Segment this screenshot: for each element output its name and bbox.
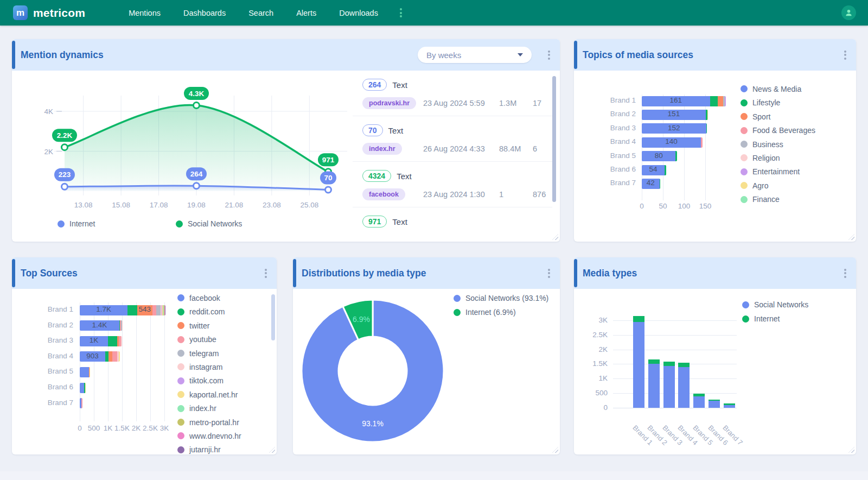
list-scrollbar[interactable]: [552, 76, 556, 202]
mention-source-tag[interactable]: index.hr: [362, 143, 402, 155]
data-point-social-networks[interactable]: [62, 144, 68, 150]
bar-segment-reddit-com[interactable]: [108, 336, 117, 346]
bar-segment-food-beverages[interactable]: [701, 137, 702, 148]
bar-segment-social-networks[interactable]: [633, 322, 644, 408]
period-select[interactable]: By weeks: [418, 47, 532, 63]
bar-segment-reddit-com[interactable]: [127, 305, 137, 315]
bar-segment-kaportal-net-hr[interactable]: [90, 367, 90, 377]
bar-segment-lifestyle[interactable]: [665, 165, 666, 175]
bar-segment-youtube[interactable]: [112, 351, 117, 362]
legend-item-agro[interactable]: Agro: [741, 179, 815, 192]
legend-item-youtube[interactable]: youtube: [177, 332, 241, 346]
bar-segment-kaportal-net-hr[interactable]: [119, 351, 120, 362]
bar-segment-social-networks[interactable]: [648, 364, 660, 408]
legend-item-religion[interactable]: Religion: [741, 151, 815, 165]
legend-item-internet-6-9[interactable]: Internet (6.9%): [454, 305, 548, 319]
bar-segment-facebook[interactable]: [80, 367, 89, 377]
legend-item-entertainment[interactable]: Entertainment: [741, 165, 815, 179]
legend-item-metro-portal-hr[interactable]: metro-portal.hr: [177, 415, 241, 429]
brand-name[interactable]: metricom: [33, 7, 85, 20]
data-point-social-networks[interactable]: [194, 103, 200, 109]
bar-segment-lifestyle[interactable]: [710, 96, 718, 106]
card-menu-icon[interactable]: [546, 266, 552, 280]
horizontal-scrollbar-track[interactable]: [0, 471, 868, 480]
nav-item-dashboards[interactable]: Dashboards: [183, 9, 226, 17]
mention-list-item[interactable]: 264Textpodravski.hr23 Aug 2024 5:591.3M1…: [353, 71, 552, 116]
bar-segment-lifestyle[interactable]: [660, 179, 661, 189]
bar-segment-lifestyle[interactable]: [706, 123, 707, 134]
bar-segment-facebook[interactable]: [80, 383, 84, 393]
bar-segment-youtube[interactable]: [81, 398, 82, 408]
nav-item-downloads[interactable]: Downloads: [339, 9, 378, 17]
nav-more-menu-icon[interactable]: [398, 6, 404, 20]
bar-brand-4[interactable]: [678, 363, 690, 408]
bar-segment-internet[interactable]: [663, 362, 675, 367]
legend-item-www-dnevno-hr[interactable]: www.dnevno.hr: [177, 429, 241, 443]
bar-segment-social-networks[interactable]: [663, 366, 675, 408]
legend-item-twitter[interactable]: twitter: [177, 319, 241, 332]
legend-item-facebook[interactable]: facebook: [177, 291, 241, 305]
bar-brand-5[interactable]: [693, 394, 705, 408]
bar-brand-5[interactable]: [80, 367, 90, 377]
user-avatar[interactable]: [841, 5, 856, 20]
legend-item-lifestyle[interactable]: Lifestyle: [741, 96, 815, 110]
bar-brand-7[interactable]: [80, 398, 82, 408]
bar-segment-lifestyle[interactable]: [675, 151, 676, 161]
bar-segment-youtube[interactable]: [152, 305, 156, 315]
legend-item-internet[interactable]: Internet: [742, 312, 808, 326]
legend-item-social-networks[interactable]: Social Networks: [176, 219, 242, 229]
brand-logo-icon[interactable]: m: [13, 5, 28, 20]
card-menu-icon[interactable]: [546, 48, 552, 62]
bar-segment-kaportal-net-hr[interactable]: [85, 383, 86, 393]
legend-item-food-beverages[interactable]: Food & Beverages: [741, 123, 815, 137]
legend-item-business[interactable]: Business: [741, 137, 815, 151]
bar-brand-3[interactable]: [663, 362, 675, 408]
bar-segment-jutarnji-hr[interactable]: [165, 305, 165, 315]
bar-brand-7[interactable]: [724, 403, 735, 408]
legend-item-kaportal-net-hr[interactable]: kaportal.net.hr: [177, 388, 241, 401]
bar-segment-instagram[interactable]: [122, 320, 123, 331]
legend-item-sport[interactable]: Sport: [741, 110, 815, 123]
legend-item-finance[interactable]: Finance: [741, 192, 815, 206]
data-point-internet[interactable]: [194, 183, 200, 189]
legend-item-telegram[interactable]: telegram: [177, 346, 241, 360]
bar-segment-telegram[interactable]: [156, 305, 161, 315]
mention-source-tag[interactable]: podravski.hr: [362, 97, 416, 109]
legend-item-index-hr[interactable]: index.hr: [177, 401, 241, 415]
bar-brand-6[interactable]: [709, 400, 720, 408]
data-point-internet[interactable]: [326, 187, 331, 193]
point-label: 70: [324, 174, 332, 182]
bar-segment-entertainment[interactable]: [725, 96, 726, 106]
bar-segment-sport[interactable]: [718, 96, 723, 106]
bar-brand-2[interactable]: [648, 359, 660, 408]
legend-item-internet[interactable]: Internet: [58, 219, 95, 229]
bar-segment-internet[interactable]: [648, 359, 660, 364]
bar-segment-social-networks[interactable]: [709, 401, 720, 408]
legend-item-reddit-com[interactable]: reddit.com: [177, 305, 241, 319]
bar-segment-internet[interactable]: [633, 316, 644, 322]
legend-item-news-media[interactable]: News & Media: [741, 82, 815, 96]
mention-source-tag[interactable]: facebook: [362, 188, 405, 200]
legend-item-social-networks-93-1[interactable]: Social Networks (93.1%): [454, 291, 548, 305]
data-point-internet[interactable]: [62, 184, 68, 190]
bar-brand-6[interactable]: [80, 383, 86, 393]
bar-segment-agro[interactable]: [707, 110, 708, 120]
legend-scrollbar[interactable]: [271, 294, 275, 340]
resize-handle[interactable]: [552, 234, 558, 240]
bar-segment-social-networks[interactable]: [693, 396, 705, 408]
bar-segment-twitter[interactable]: [108, 351, 112, 362]
legend-item-jutarnji-hr[interactable]: jutarnji.hr: [177, 443, 241, 454]
legend-item-tiktok-com[interactable]: tiktok.com: [177, 374, 241, 388]
mention-list-item[interactable]: 70Textindex.hr26 Aug 2024 4:3388.4M6: [353, 116, 552, 162]
bar-brand-1[interactable]: [633, 316, 644, 408]
nav-item-mentions[interactable]: Mentions: [129, 9, 161, 17]
nav-item-search[interactable]: Search: [248, 9, 273, 17]
mention-list-item[interactable]: 971Text: [353, 207, 552, 235]
nav-item-alerts[interactable]: Alerts: [296, 9, 316, 17]
mention-list-item[interactable]: 4324Textfacebook23 Aug 2024 1:301876: [353, 162, 552, 207]
legend-item-social-networks[interactable]: Social Networks: [742, 298, 808, 312]
legend-item-instagram[interactable]: instagram: [177, 360, 241, 374]
bar-segment-social-networks[interactable]: [724, 405, 735, 408]
bar-segment-internet[interactable]: [678, 363, 690, 367]
bar-segment-social-networks[interactable]: [678, 367, 690, 408]
